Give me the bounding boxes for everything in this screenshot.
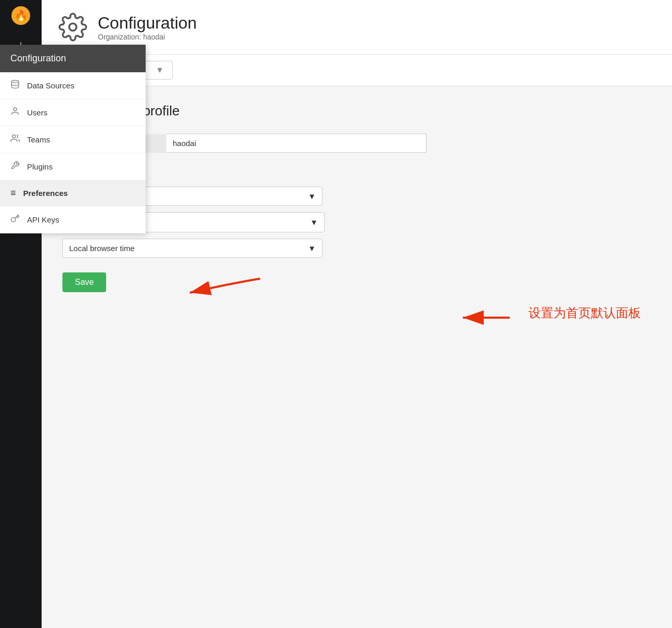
content-area: Organization profile Organization name P… xyxy=(42,86,672,628)
users-icon xyxy=(10,107,20,119)
plugins-icon xyxy=(10,161,20,173)
data-sources-icon xyxy=(10,80,20,91)
chevron-down-icon: ▼ xyxy=(308,192,316,201)
teams-icon xyxy=(10,134,20,146)
svg-point-10 xyxy=(12,135,16,138)
save-button[interactable]: Save xyxy=(62,272,106,292)
preferences-menu-item[interactable]: ≡ Preferences xyxy=(0,180,146,206)
data-sources-menu-item[interactable]: Data Sources xyxy=(0,72,146,99)
svg-point-8 xyxy=(11,81,19,83)
chevron-down-icon: ▼ xyxy=(310,218,318,227)
sidebar-logo[interactable]: 🔥 xyxy=(0,0,42,31)
timezone-row: Local browser time ▼ xyxy=(62,239,651,258)
home-dashboard-row: ℹ 业务监控大盘 ▼ xyxy=(62,212,651,232)
logo-icon: 🔥 xyxy=(11,6,30,25)
teams-label: Teams xyxy=(27,135,50,144)
annotation-text: 设置为首页默认面板 xyxy=(528,305,641,321)
chevron-down-icon: ▼ xyxy=(156,66,164,75)
page-subtitle: Organization: haodai xyxy=(98,33,197,41)
svg-point-7 xyxy=(69,23,76,31)
plugins-label: Plugins xyxy=(27,162,53,171)
config-gear-icon xyxy=(58,12,87,42)
org-name-row: Organization name xyxy=(62,134,651,153)
preferences-label: Preferences xyxy=(23,189,68,198)
svg-point-9 xyxy=(14,108,17,111)
preferences-subtitle: Preferences xyxy=(62,169,651,180)
main-content: Configuration Organization: haodai ≡ Pre… xyxy=(42,0,672,628)
org-name-input[interactable] xyxy=(166,134,427,153)
api-keys-icon xyxy=(10,214,20,226)
chevron-down-icon: ▼ xyxy=(308,244,316,253)
data-sources-label: Data Sources xyxy=(27,81,74,90)
preferences-icon: ≡ xyxy=(10,188,16,199)
dropdown-menu-header: Configuration xyxy=(0,45,146,72)
configuration-dropdown-menu: Configuration Data Sources Users Teams xyxy=(0,45,146,233)
ui-theme-row: Light ▼ xyxy=(62,187,651,206)
users-menu-item[interactable]: Users xyxy=(0,99,146,126)
timezone-value: Local browser time xyxy=(69,244,135,253)
header-text: Configuration Organization: haodai xyxy=(98,14,197,41)
timezone-select[interactable]: Local browser time ▼ xyxy=(62,239,322,258)
plugins-menu-item[interactable]: Plugins xyxy=(0,153,146,180)
api-keys-label: API Keys xyxy=(27,215,59,224)
users-label: Users xyxy=(27,108,47,117)
page-title: Configuration xyxy=(98,14,197,33)
teams-menu-item[interactable]: Teams xyxy=(0,126,146,153)
section-title: Organization profile xyxy=(62,103,651,119)
api-keys-menu-item[interactable]: API Keys xyxy=(0,206,146,233)
